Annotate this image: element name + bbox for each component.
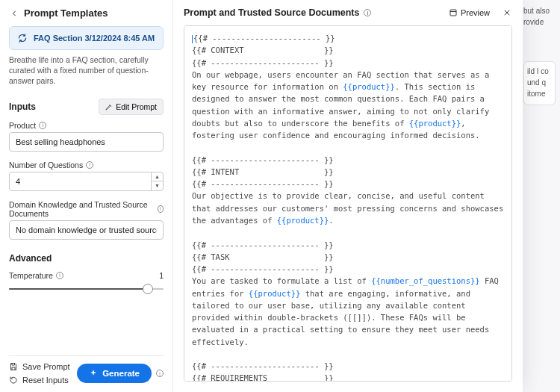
product-label: Product [9, 121, 36, 130]
temperature-value: 1 [159, 271, 164, 280]
info-icon[interactable]: i [56, 272, 63, 279]
info-icon[interactable]: i [158, 205, 164, 213]
svg-rect-0 [450, 10, 456, 16]
file-title: FAQ Section 3/12/2024 8:45 AM [34, 34, 155, 43]
generate-button[interactable]: Generate [77, 364, 152, 383]
numq-input[interactable] [9, 172, 164, 191]
temperature-label: Temperature [9, 271, 53, 280]
right-panel-title: Prompt and Trusted Source Documents [184, 7, 359, 18]
pencil-icon [105, 103, 113, 111]
background-partial: but also rovide ild I co und q itome [519, 0, 560, 392]
reset-inputs-label: Reset Inputs [22, 376, 69, 385]
numq-stepper[interactable]: ▲ ▼ [151, 172, 163, 190]
back-icon[interactable] [9, 8, 19, 19]
temperature-slider[interactable] [9, 283, 164, 295]
bg-frag: ild I co [527, 66, 552, 76]
close-icon[interactable] [502, 7, 512, 18]
edit-prompt-label: Edit Prompt [116, 102, 157, 111]
prompt-templates-modal: Prompt Templates FAQ Section 3/12/2024 8… [0, 0, 523, 392]
domain-input[interactable] [9, 220, 164, 240]
generate-label: Generate [102, 369, 140, 378]
prompt-file-card[interactable]: FAQ Section 3/12/2024 8:45 AM [9, 26, 164, 50]
advanced-heading: Advanced [9, 253, 164, 264]
reset-icon [9, 376, 18, 385]
file-description: Breathe life into a FAQ section, careful… [9, 55, 164, 87]
info-icon[interactable]: i [39, 122, 46, 129]
chevron-down-icon[interactable]: ▼ [152, 181, 163, 190]
prompt-textarea[interactable]: {{# ----------------------- }} {{# CONTE… [184, 25, 512, 382]
save-icon [9, 362, 18, 371]
info-icon[interactable]: i [364, 9, 371, 16]
product-input[interactable] [9, 132, 164, 152]
preview-label: Preview [461, 8, 490, 17]
bg-frag: rovide [523, 17, 556, 27]
save-prompt-label: Save Prompt [22, 362, 70, 371]
bg-frag: but also [523, 6, 556, 16]
right-panel: Prompt and Trusted Source Documents i Pr… [173, 0, 523, 392]
refresh-icon [17, 33, 28, 43]
info-icon[interactable]: i [86, 161, 93, 169]
save-prompt-button[interactable]: Save Prompt [9, 362, 70, 371]
info-icon[interactable]: i [156, 370, 164, 377]
domain-label: Domain Knowledge and Trusted Source Docu… [9, 200, 155, 218]
bg-frag: itome [527, 89, 552, 99]
inputs-heading: Inputs [9, 102, 36, 112]
left-panel: Prompt Templates FAQ Section 3/12/2024 8… [0, 0, 173, 392]
sparkle-icon [89, 369, 98, 378]
preview-button[interactable]: Preview [449, 8, 490, 17]
panel-title: Prompt Templates [24, 7, 108, 19]
edit-prompt-button[interactable]: Edit Prompt [99, 99, 164, 115]
numq-label: Number of Questions [9, 161, 83, 169]
preview-icon [449, 8, 458, 17]
chevron-up-icon[interactable]: ▲ [152, 172, 163, 182]
reset-inputs-button[interactable]: Reset Inputs [9, 376, 70, 385]
bg-frag: und q [527, 78, 552, 87]
